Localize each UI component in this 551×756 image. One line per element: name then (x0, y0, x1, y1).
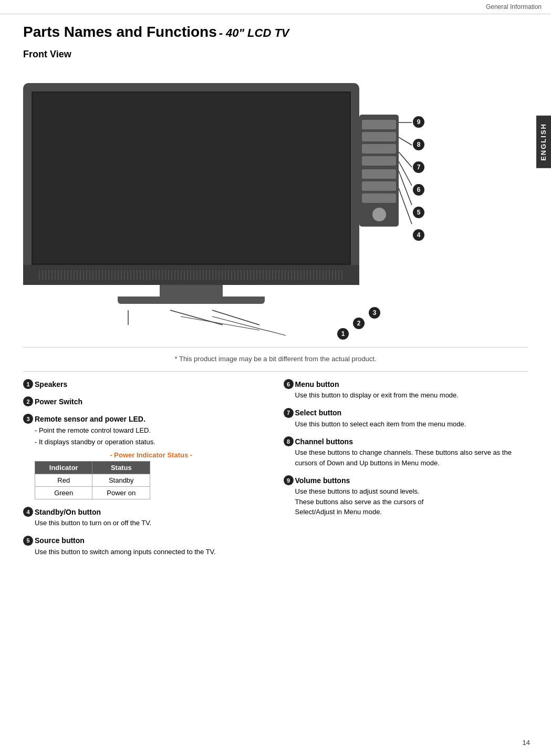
status-power-on: Power on (92, 487, 150, 499)
num-label-9: 9 (284, 475, 294, 485)
item-4-body: Use this button to turn on or off the TV… (35, 518, 268, 528)
page-header: General Information (0, 0, 551, 14)
select-button (362, 169, 396, 179)
desc-left-column: 1 Speakers 2 Power Switch 3 Remote senso… (23, 379, 268, 564)
desc-item-5-title: 5 Source button (23, 536, 268, 546)
vol-minus-button (362, 132, 396, 141)
svg-line-7 (399, 171, 412, 205)
item-7-label: Select button (295, 408, 342, 417)
badge-1: 1 (337, 328, 349, 340)
num-label-6: 6 (284, 379, 294, 389)
num-label-2: 2 (23, 396, 33, 406)
status-standby: Standby (92, 474, 150, 487)
badge-8: 8 (413, 139, 424, 150)
item-6-body: Use this button to display or exit from … (295, 390, 528, 401)
item-3-sub: - Point the remote control toward LED. -… (35, 425, 268, 448)
tv-diagram: 9 8 7 6 5 4 3 2 1 (23, 67, 422, 341)
item-3-sub-line2: - It displays standby or operation statu… (35, 436, 268, 448)
item-6-label: Menu button (295, 380, 339, 389)
num-label-7: 7 (284, 408, 294, 418)
desc-item-5: 5 Source button Use this button to switc… (23, 536, 268, 557)
item-8-label: Channel buttons (295, 437, 353, 446)
desc-item-1-title: 1 Speakers (23, 379, 268, 389)
input-button (362, 193, 396, 203)
svg-line-4 (399, 137, 412, 145)
item-2-label: Power Switch (35, 397, 82, 406)
item-5-label: Source button (35, 536, 85, 545)
side-panel (359, 115, 399, 227)
table-row-green: Green Power on (35, 487, 150, 499)
disclaimer-text: * This product image may be a bit differ… (23, 355, 528, 363)
power-button (372, 208, 386, 221)
badge-7: 7 (413, 161, 424, 173)
item-8-body: Use these buttons to change channels. Th… (295, 447, 528, 468)
item-9-label: Volume buttons (295, 476, 350, 485)
power-indicator-title: - Power Indicator Status - (35, 451, 268, 459)
num-label-8: 8 (284, 436, 294, 446)
tv-illustration (23, 83, 359, 304)
desc-item-9-title: 9 Volume buttons (284, 475, 528, 485)
divider-bottom (23, 371, 528, 372)
desc-item-1: 1 Speakers (23, 379, 268, 389)
desc-item-6-title: 6 Menu button (284, 379, 528, 389)
desc-item-7: 7 Select button Use this button to selec… (284, 408, 528, 430)
item-9-body: Use these buttons to adjust sound levels… (295, 486, 528, 517)
badge-3: 3 (369, 307, 380, 319)
table-header-indicator: Indicator (35, 462, 92, 474)
item-3-label: Remote sensor and power LED. (35, 415, 145, 423)
indicator-red: Red (35, 474, 92, 487)
tv-stand (23, 285, 359, 304)
badge-6: 6 (413, 184, 424, 196)
svg-line-1 (170, 310, 223, 325)
tv-stand-neck (160, 285, 223, 297)
speaker-grill (39, 270, 344, 280)
desc-item-8-title: 8 Channel buttons (284, 436, 528, 446)
section-title: Front View (23, 49, 528, 60)
ch-down-button (362, 156, 396, 166)
desc-item-7-title: 7 Select button (284, 408, 528, 418)
tv-stand-base (118, 297, 265, 304)
page-number: 14 (523, 739, 530, 747)
badge-2: 2 (353, 318, 365, 329)
desc-item-2: 2 Power Switch (23, 396, 268, 406)
power-indicator-section: - Power Indicator Status - Indicator Sta… (35, 451, 268, 499)
svg-line-8 (399, 188, 412, 224)
svg-line-2 (212, 310, 259, 325)
indicator-green: Green (35, 487, 92, 499)
power-indicator-table: Indicator Status Red Standby Green (35, 461, 150, 499)
desc-item-2-title: 2 Power Switch (23, 396, 268, 406)
svg-line-6 (399, 161, 412, 186)
item-3-sub-line1: - Point the remote control toward LED. (35, 425, 268, 436)
item-7-body: Use this button to select each item from… (295, 419, 528, 430)
num-label-3: 3 (23, 414, 33, 424)
badge-4: 4 (413, 229, 424, 241)
desc-right-column: 6 Menu button Use this button to display… (284, 379, 528, 564)
table-header-status: Status (92, 462, 150, 474)
badge-9: 9 (413, 116, 424, 128)
page-title: Parts Names and Functions - 40" LCD TV (23, 24, 528, 40)
tv-frame (23, 83, 359, 265)
vol-plus-button (362, 120, 396, 129)
descriptions-section: 1 Speakers 2 Power Switch 3 Remote senso… (23, 379, 528, 564)
desc-item-3-title: 3 Remote sensor and power LED. (23, 414, 268, 424)
tv-bottom-bar (23, 265, 359, 285)
ch-up-button (362, 144, 396, 154)
header-section-label: General Information (486, 3, 542, 11)
svg-line-9 (181, 316, 259, 330)
divider-disclaimer (23, 347, 528, 348)
desc-item-4-title: 4 Standby/On button (23, 507, 268, 517)
tv-screen (32, 91, 351, 265)
desc-item-9: 9 Volume buttons Use these buttons to ad… (284, 475, 528, 517)
num-label-1: 1 (23, 379, 33, 389)
badge-5: 5 (413, 207, 424, 218)
desc-item-4: 4 Standby/On button Use this button to t… (23, 507, 268, 528)
menu-button (362, 181, 396, 191)
svg-line-5 (399, 152, 412, 167)
desc-item-3: 3 Remote sensor and power LED. - Point t… (23, 414, 268, 499)
desc-item-8: 8 Channel buttons Use these buttons to c… (284, 436, 528, 468)
item-1-label: Speakers (35, 380, 67, 389)
desc-item-6: 6 Menu button Use this button to display… (284, 379, 528, 401)
svg-line-10 (212, 316, 286, 335)
main-content: Parts Names and Functions - 40" LCD TV F… (0, 14, 551, 585)
title-main: Parts Names and Functions (23, 24, 217, 40)
